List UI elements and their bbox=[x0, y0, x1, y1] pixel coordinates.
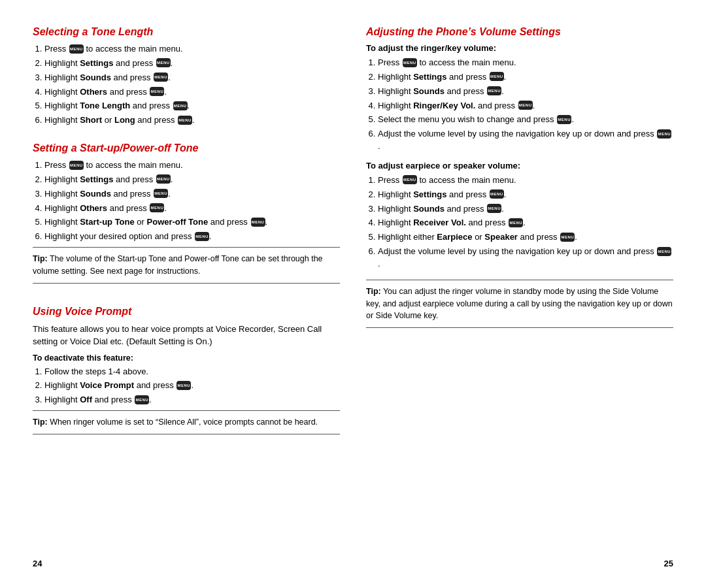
list-item: Highlight your desired option and press … bbox=[44, 231, 340, 243]
list-item: Press to access the main menu. bbox=[44, 43, 340, 56]
list-item: Highlight Settings and press . bbox=[44, 174, 340, 186]
earpiece-speaker-steps: Press to access the main menu. Highlight… bbox=[366, 174, 673, 270]
sub-heading-ringer-key: To adjust the ringer/key volume: bbox=[366, 43, 673, 53]
startup-tone-steps: Press to access the main menu. Highlight… bbox=[33, 159, 340, 243]
section-title-startup-tone: Setting a Start-up/Power-off Tone bbox=[33, 142, 340, 154]
menu-button-icon bbox=[403, 58, 417, 67]
menu-button-icon bbox=[176, 381, 191, 390]
tip-label: Tip: bbox=[366, 287, 381, 296]
section-title-voice-prompt: Using Voice Prompt bbox=[33, 306, 340, 318]
menu-button-icon bbox=[490, 72, 504, 81]
list-item: Highlight Start-up Tone or Power-off Ton… bbox=[44, 216, 340, 229]
list-item: Highlight Others and press . bbox=[44, 203, 340, 215]
section-selecting-tone-length: Selecting a Tone Length Press to access … bbox=[33, 26, 340, 131]
menu-button-icon bbox=[156, 58, 171, 67]
menu-button-icon bbox=[154, 189, 168, 198]
list-item: Highlight Tone Length and press . bbox=[44, 100, 340, 112]
menu-button-icon bbox=[557, 115, 571, 124]
page-number-right: 25 bbox=[664, 559, 673, 568]
menu-button-icon bbox=[173, 101, 188, 110]
list-item: Highlight Sounds and press . bbox=[44, 72, 340, 84]
list-item: Highlight Settings and press . bbox=[378, 71, 673, 84]
menu-button-icon bbox=[509, 218, 523, 227]
menu-button-icon bbox=[490, 189, 504, 199]
menu-button-icon bbox=[487, 86, 501, 95]
list-item: Select the menu you wish to change and p… bbox=[378, 114, 673, 126]
menu-button-icon bbox=[560, 233, 575, 242]
menu-button-icon bbox=[403, 175, 417, 184]
left-column: Selecting a Tone Length Press to access … bbox=[33, 26, 340, 562]
list-item: Highlight Settings and press . bbox=[378, 189, 673, 201]
menu-button-icon bbox=[178, 116, 192, 125]
menu-button-icon bbox=[150, 203, 164, 212]
menu-button-icon bbox=[657, 129, 671, 139]
menu-button-icon bbox=[251, 218, 265, 227]
list-item: Highlight Short or Long and press . bbox=[44, 114, 340, 127]
to-deactivate-label: To deactivate this feature: bbox=[33, 353, 340, 363]
voice-prompt-steps: Follow the steps 1-4 above. Highlight Vo… bbox=[33, 366, 340, 407]
voice-prompt-intro: This feature allows you to hear voice pr… bbox=[33, 323, 340, 348]
section-title-tone-length: Selecting a Tone Length bbox=[33, 26, 340, 38]
list-item: Press to access the main menu. bbox=[378, 57, 673, 69]
tip-label: Tip: bbox=[33, 254, 48, 263]
list-item: Follow the steps 1-4 above. bbox=[44, 366, 340, 378]
menu-button-icon bbox=[154, 73, 168, 82]
list-item: Press to access the main menu. bbox=[378, 174, 673, 187]
section-volume-settings: Adjusting the Phone’s Volume Settings To… bbox=[366, 26, 673, 338]
list-item: Highlight Sounds and press . bbox=[44, 188, 340, 201]
list-item: Highlight Receiver Vol. and press . bbox=[378, 217, 673, 229]
section-voice-prompt: Using Voice Prompt This feature allows y… bbox=[33, 306, 340, 445]
list-item: Highlight either Earpiece or Speaker and… bbox=[378, 231, 673, 244]
list-item: Highlight Sounds and press . bbox=[378, 203, 673, 216]
list-item: Highlight Sounds and press . bbox=[378, 86, 673, 98]
section-title-volume-settings: Adjusting the Phone’s Volume Settings bbox=[366, 26, 673, 38]
menu-button-icon bbox=[150, 87, 164, 96]
ringer-key-steps: Press to access the main menu. Highlight… bbox=[366, 57, 673, 153]
list-item: Highlight Ringer/Key Vol. and press . bbox=[378, 100, 673, 112]
list-item: Highlight Others and press . bbox=[44, 86, 340, 99]
list-item: Press to access the main menu. bbox=[44, 159, 340, 172]
tone-length-steps: Press to access the main menu. Highlight… bbox=[33, 43, 340, 127]
menu-button-icon bbox=[69, 44, 84, 54]
menu-button-icon bbox=[156, 174, 171, 184]
section-startup-tone: Setting a Start-up/Power-off Tone Press … bbox=[33, 142, 340, 294]
menu-button-icon bbox=[518, 101, 533, 110]
list-item: Highlight Voice Prompt and press . bbox=[44, 380, 340, 392]
sub-heading-earpiece-speaker: To adjust earpiece or speaker volume: bbox=[366, 161, 673, 171]
right-column: Adjusting the Phone’s Volume Settings To… bbox=[366, 26, 673, 562]
list-item: Adjust the volume level by using the nav… bbox=[378, 128, 673, 153]
menu-button-icon bbox=[487, 204, 501, 213]
startup-tone-tip: Tip: The volume of the Start-up Tone and… bbox=[33, 247, 340, 284]
tip-label: Tip: bbox=[33, 417, 48, 427]
menu-button-icon bbox=[135, 395, 149, 404]
list-item: Highlight Off and press . bbox=[44, 394, 340, 406]
volume-settings-tip: Tip: You can adjust the ringer volume in… bbox=[366, 280, 673, 328]
list-item: Adjust the volume level by using the nav… bbox=[378, 246, 673, 270]
list-item: Highlight Settings and press . bbox=[44, 57, 340, 70]
menu-button-icon bbox=[69, 161, 84, 170]
voice-prompt-tip: Tip: When ringer volume is set to “Silen… bbox=[33, 410, 340, 434]
page-number-left: 24 bbox=[33, 559, 42, 568]
menu-button-icon bbox=[657, 247, 671, 256]
menu-button-icon bbox=[195, 232, 209, 241]
